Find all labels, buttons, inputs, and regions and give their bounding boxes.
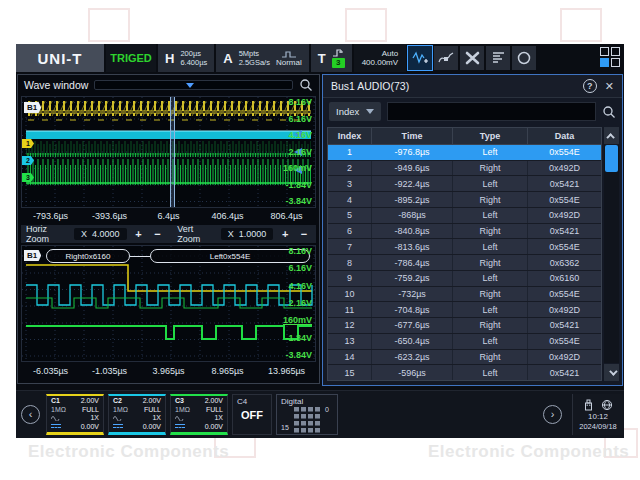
scrollbar-thumb[interactable] — [605, 145, 618, 172]
help-button[interactable]: ? — [583, 79, 597, 93]
table-row[interactable]: 10-732µsRight0x554E — [328, 287, 601, 303]
volt-label: 6.16V — [288, 264, 312, 273]
digital-channels-box[interactable]: Digital 0 15 — [276, 394, 338, 435]
table-row[interactable]: 1-976.8µsLeft0x554E — [328, 145, 601, 161]
table-row[interactable]: 13-650.4µsLeft0x554E — [328, 334, 601, 350]
overview-chart[interactable]: B1 1 2 3 8.16V6.16V4.16V2.16V160mV-1.84V… — [21, 96, 316, 208]
watermark-logo-box — [88, 8, 130, 42]
channel-state: OFF — [237, 409, 267, 421]
bus-search-input[interactable] — [387, 102, 596, 121]
levels-tool-button[interactable] — [486, 46, 510, 70]
trigger-settings-button[interactable]: T 3 — [311, 44, 352, 72]
channel-3-box[interactable]: C32.00V 1MΩFULL 1X 0.00V — [170, 394, 228, 435]
wave-window-title: Wave window — [24, 79, 88, 91]
cell-time: -759.2µs — [372, 271, 453, 286]
table-row[interactable]: 14-623.2µsRight0x492D — [328, 350, 601, 366]
zoom-chart[interactable]: B1 Right0x6160 Left0x554E 8.16V6.16V4.16… — [21, 245, 316, 362]
scroll-down-button[interactable] — [604, 364, 619, 381]
volt-label: -1.84V — [285, 181, 312, 190]
table-row[interactable]: 7-813.6µsLeft0x554E — [328, 239, 601, 255]
table-row[interactable]: 9-759.2µsLeft0x6160 — [328, 271, 601, 287]
channel-scale: 2.00V — [81, 397, 99, 406]
table-row[interactable]: 11-704.8µsLeft0x492D — [328, 302, 601, 318]
horizontal-delay-value: 6.400µs — [180, 58, 207, 67]
cell-index: 11 — [328, 302, 372, 317]
channel-2-box[interactable]: C22.00V 1MΩFULL 1X 0.00V — [108, 394, 166, 435]
channel-4-box[interactable]: C4 OFF — [232, 394, 272, 435]
cell-data: 0x492D — [528, 302, 601, 317]
expand-right-button[interactable]: › — [543, 405, 562, 424]
cell-data: 0x5421 — [528, 224, 601, 239]
close-button[interactable]: ✕ — [605, 81, 614, 92]
chevron-down-icon — [366, 109, 374, 118]
search-tool-button[interactable] — [512, 46, 536, 70]
collapse-left-button[interactable]: ‹ — [21, 405, 40, 424]
a-label: A — [223, 51, 232, 66]
system-status-box[interactable]: 10:12 2024/09/18 — [572, 394, 623, 435]
watermark-text: Electronic Components — [428, 442, 629, 462]
table-row[interactable]: 4-895.2µsRight0x554E — [328, 192, 601, 208]
top-toolbar: UNI-T TRIGED H 200µs 6.400µs A 5Mpts 2.5… — [16, 44, 624, 72]
trigger-status-badge: TRIGED — [106, 44, 156, 72]
vert-zoom-number: 1.0000 — [239, 229, 267, 239]
display-layout-button[interactable] — [600, 47, 622, 69]
time-label: 6.4µs — [139, 211, 198, 221]
table-search-icon[interactable] — [602, 105, 616, 119]
network-globe-icon — [601, 399, 613, 411]
deskew-tool-button[interactable] — [460, 46, 484, 70]
table-header-row: Index Time Type Data — [328, 128, 601, 145]
deskew-icon — [465, 51, 480, 65]
measure-tool-button[interactable] — [434, 46, 458, 70]
horiz-zoom-in-button[interactable]: + — [132, 227, 146, 241]
table-row[interactable]: 8-786.4µsRight0x6362 — [328, 255, 601, 271]
acquire-mode-value: Normal — [276, 58, 302, 67]
levels-icon — [491, 51, 506, 65]
trigger-mode-readout[interactable]: Auto 400.00mV — [354, 44, 406, 72]
table-row[interactable]: 12-677.6µsRight0x5421 — [328, 318, 601, 334]
volt-label: 4.16V — [288, 131, 312, 140]
digital-led-grid — [294, 407, 320, 433]
cell-index: 14 — [328, 350, 372, 365]
watermark-text: Electronic Components — [28, 442, 229, 462]
table-row[interactable]: 6-840.8µsRight0x5421 — [328, 224, 601, 240]
trigger-mode-value: Auto — [382, 49, 398, 59]
cell-type: Left — [453, 302, 528, 317]
channel-scale: 2.00V — [143, 397, 161, 406]
bandwidth-icon — [175, 415, 186, 421]
trigger-source-badge: 3 — [332, 58, 345, 68]
table-row[interactable]: 5-868µsLeft0x492D — [328, 208, 601, 224]
vert-zoom-value[interactable]: X 1.0000 — [221, 228, 274, 240]
vert-zoom-in-button[interactable]: + — [278, 227, 292, 241]
cell-data: 0x554E — [528, 145, 601, 160]
bus-idle-line — [130, 256, 150, 257]
waveform-navigator[interactable] — [94, 80, 293, 90]
channel-bandwidth: FULL — [144, 406, 161, 415]
zoom-region-cursor[interactable] — [170, 97, 175, 207]
horiz-zoom-out-button[interactable]: − — [150, 227, 164, 241]
table-row[interactable]: 3-922.4µsLeft0x5421 — [328, 176, 601, 192]
scroll-up-button[interactable] — [604, 127, 619, 144]
cell-time: -868µs — [372, 208, 453, 223]
overview-waveforms — [22, 97, 315, 207]
cell-data: 0x5421 — [528, 365, 601, 380]
channel-1-box[interactable]: C12.00V 1MΩFULL 1X 0.00V — [46, 394, 104, 435]
channel-name: C2 — [113, 397, 122, 406]
table-row[interactable]: 15-596µsLeft0x5421 — [328, 365, 601, 380]
horizontal-settings-button[interactable]: H 200µs 6.400µs — [158, 44, 214, 72]
table-row[interactable]: 2-949.6µsRight0x492D — [328, 161, 601, 177]
navigator-position-caret[interactable] — [186, 83, 194, 92]
overview-volt-labels: 8.16V6.16V4.16V2.16V160mV-1.84V-3.84V — [283, 98, 312, 206]
channel-probe: 1X — [214, 414, 223, 423]
acquire-mode-icon — [281, 50, 297, 58]
acquire-settings-button[interactable]: A 5Mpts 2.5GSa/s Normal — [216, 44, 308, 72]
zoom-search-icon[interactable] — [299, 78, 313, 92]
search-field-dropdown[interactable]: Index — [329, 102, 381, 121]
channel-probe: 1X — [152, 414, 161, 423]
scrollbar-track[interactable] — [604, 145, 619, 363]
cell-time: -895.2µs — [372, 192, 453, 207]
vert-zoom-out-button[interactable]: − — [297, 227, 311, 241]
horiz-zoom-value[interactable]: X 4.0000 — [74, 228, 127, 240]
bus-tag: B1 — [24, 250, 41, 261]
cell-type: Left — [453, 176, 528, 191]
wave-window-tool-button[interactable] — [408, 46, 432, 70]
